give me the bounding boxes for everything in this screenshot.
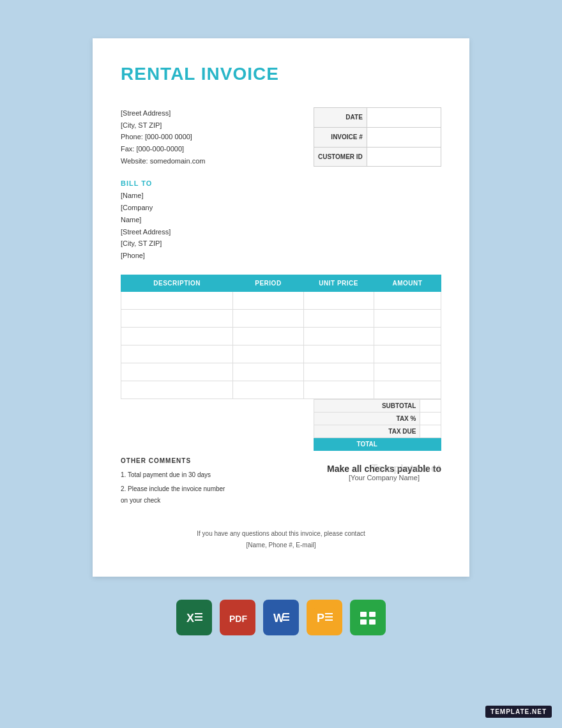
company-street: [Street Address] (121, 107, 205, 119)
payable-company: [Your Company Name] (327, 474, 441, 482)
bill-to-phone: [Phone] (121, 250, 441, 262)
info-value (367, 108, 441, 128)
pages-icon[interactable]: P (307, 600, 342, 635)
table-row (121, 309, 441, 327)
total-row: TAX DUE (314, 425, 441, 437)
svg-rect-9 (283, 613, 289, 614)
table-cell (374, 327, 441, 345)
table-cell (121, 381, 233, 398)
table-cell (303, 327, 374, 345)
info-fields-table: DATEINVOICE #CUSTOMER ID (314, 107, 441, 167)
company-info: [Street Address] [City, ST ZIP] Phone: [… (121, 107, 205, 167)
page-wrapper: RENTAL INVOICE [Street Address] [City, S… (0, 38, 562, 635)
info-field-row: DATE (314, 108, 441, 128)
footer-line1: If you have any questions about this inv… (121, 528, 441, 540)
company-city: [City, ST ZIP] (121, 119, 205, 132)
bill-to-section: BILL TO [Name] [CompanyName] [Street Add… (121, 179, 441, 261)
total-row: TOTAL (314, 437, 441, 450)
invoice-card: RENTAL INVOICE [Street Address] [City, S… (93, 38, 469, 577)
total-label: TOTAL (314, 437, 420, 450)
table-cell (374, 345, 441, 363)
table-cell (121, 309, 233, 327)
total-value (420, 412, 441, 425)
table-cell (121, 327, 233, 345)
table-cell (374, 309, 441, 327)
bill-to-info: [Name] [CompanyName] [Street Address] [C… (121, 190, 441, 261)
total-label: SUBTOTAL (314, 399, 420, 412)
totals-row: SUBTOTALTAX %TAX DUETOTAL (121, 399, 441, 451)
total-value (420, 437, 441, 450)
info-value (367, 147, 441, 167)
svg-rect-17 (357, 607, 379, 628)
table-cell (374, 291, 441, 309)
company-fax: Fax: [000-000-0000] (121, 143, 205, 155)
table-cell (303, 345, 374, 363)
column-header: PERIOD (233, 275, 303, 291)
total-row: SUBTOTAL (314, 399, 441, 412)
table-cell (233, 309, 303, 327)
table-cell (303, 291, 374, 309)
svg-rect-2 (195, 613, 202, 614)
column-header: AMOUNT (374, 275, 441, 291)
table-cell (121, 363, 233, 381)
table-cell (374, 381, 441, 398)
info-label: CUSTOMER ID (314, 147, 367, 167)
table-cell (233, 291, 303, 309)
svg-rect-18 (360, 612, 367, 617)
bill-to-city: [City, ST ZIP] (121, 238, 441, 250)
table-cell (121, 291, 233, 309)
word-icon[interactable]: W (263, 600, 299, 635)
total-label: TAX DUE (314, 425, 420, 437)
table-cell (303, 363, 374, 381)
comments-title: OTHER COMMENTS (121, 457, 314, 464)
table-cell (303, 309, 374, 327)
header-section: [Street Address] [City, ST ZIP] Phone: [… (121, 107, 441, 167)
svg-rect-21 (369, 619, 376, 625)
column-header: DESCRIPTION (121, 275, 233, 291)
table-cell (303, 381, 374, 398)
svg-text:X: X (186, 612, 194, 625)
svg-rect-15 (325, 616, 333, 618)
invoice-title: RENTAL INVOICE (121, 64, 441, 84)
table-row (121, 327, 441, 345)
footer-line2: [Name, Phone #, E-mail] (121, 540, 441, 551)
svg-rect-4 (195, 619, 202, 621)
svg-text:PDF: PDF (229, 614, 247, 624)
comment-item: 1. Total payment due in 30 days (121, 469, 314, 481)
info-field-row: CUSTOMER ID (314, 147, 441, 167)
excel-icon[interactable]: X (176, 600, 212, 635)
svg-text:P: P (317, 612, 324, 625)
pdf-icon[interactable]: PDF (220, 600, 255, 635)
table-cell (121, 345, 233, 363)
template-badge: TEMPLATE.NET (485, 706, 552, 718)
table-cell (374, 363, 441, 381)
svg-rect-20 (360, 619, 367, 625)
bill-to-name: [Name] (121, 190, 441, 202)
info-field-row: INVOICE # (314, 127, 441, 147)
svg-rect-19 (369, 612, 376, 617)
company-phone: Phone: [000-000 0000] (121, 131, 205, 143)
svg-rect-10 (283, 616, 289, 618)
table-row (121, 345, 441, 363)
info-label: DATE (314, 108, 367, 128)
table-cell (233, 363, 303, 381)
company-website: Website: somedomain.com (121, 155, 205, 167)
table-cell (233, 327, 303, 345)
svg-rect-3 (195, 616, 202, 618)
total-row: TAX % (314, 412, 441, 425)
total-value (420, 425, 441, 437)
table-cell (233, 381, 303, 398)
numbers-icon[interactable] (350, 600, 386, 635)
column-header: UNIT PRICE (303, 275, 374, 291)
total-label: TAX % (314, 412, 420, 425)
comments-list: 1. Total payment due in 30 days2. Please… (121, 469, 314, 506)
svg-rect-14 (325, 613, 333, 614)
bill-to-company: [CompanyName] (121, 202, 441, 225)
items-table: DESCRIPTIONPERIODUNIT PRICEAMOUNT (121, 275, 441, 399)
bill-to-label: BILL TO (121, 179, 441, 187)
table-row (121, 363, 441, 381)
totals-table: SUBTOTALTAX %TAX DUETOTAL (314, 399, 441, 451)
info-value (367, 127, 441, 147)
total-value (420, 399, 441, 412)
svg-rect-16 (325, 619, 333, 621)
